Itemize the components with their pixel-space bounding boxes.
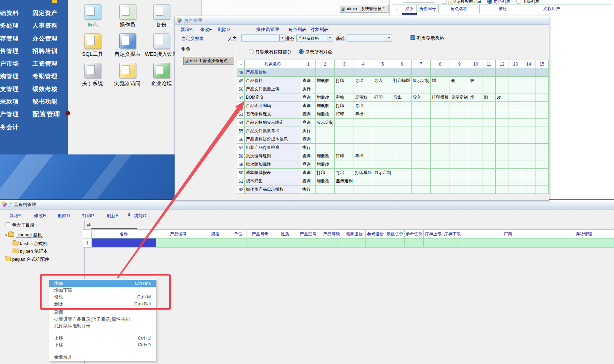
jichu-combo[interactable] — [347, 35, 386, 41]
perm-cell[interactable] — [522, 160, 535, 169]
menu-item[interactable]: 上移Ctrl+U — [49, 335, 156, 342]
expander-icon[interactable]: ∨ — [5, 233, 7, 237]
perm-cell[interactable]: 删 — [482, 93, 496, 102]
operator-icon[interactable] — [119, 4, 136, 20]
perm-cell[interactable] — [412, 119, 431, 127]
role-toolbar-对象列表[interactable]: 对象列表 — [310, 26, 328, 33]
sidebar-item[interactable]: 固定资产 — [32, 7, 60, 20]
sidebar-item[interactable]: 绩效考核 — [32, 83, 60, 96]
product-col-header[interactable]: 参考售价 — [404, 230, 423, 238]
perm-cell[interactable]: 导入 — [412, 93, 431, 102]
perm-table-row[interactable]: 53替代物料定义查询增删改打印导出 — [237, 110, 549, 119]
perm-cell[interactable] — [509, 185, 522, 194]
product-cell[interactable] — [462, 238, 554, 248]
perm-cell[interactable]: 打印 — [335, 152, 354, 160]
renli-combo[interactable] — [241, 35, 280, 41]
perm-cell[interactable]: 增删改 — [316, 77, 335, 85]
perm-cell[interactable] — [450, 160, 469, 169]
perm-cell[interactable] — [412, 169, 431, 177]
perm-cell[interactable] — [522, 102, 535, 110]
role-list-table[interactable]: -授予角色编号角色名称描述授权用户 — [392, 5, 612, 13]
perm-cell[interactable] — [509, 160, 522, 169]
product-cell[interactable] — [385, 238, 404, 248]
product-cell[interactable] — [246, 238, 274, 248]
perm-cell[interactable] — [482, 177, 496, 185]
perm-cell[interactable]: 改 — [495, 93, 509, 102]
perm-cell[interactable] — [469, 152, 482, 160]
perm-col-header[interactable]: 5 — [373, 60, 392, 68]
perm-cell[interactable] — [482, 144, 496, 152]
perm-cell[interactable] — [509, 85, 522, 93]
role-list-header[interactable]: 角色名称 — [439, 5, 480, 13]
perm-cell[interactable] — [316, 85, 335, 93]
perm-col-header[interactable]: 12 — [495, 60, 509, 68]
perm-cell[interactable] — [509, 135, 522, 144]
product-cell[interactable] — [365, 238, 385, 248]
perm-cell[interactable] — [335, 85, 354, 93]
product-cell[interactable] — [296, 238, 320, 248]
perm-cell[interactable] — [509, 110, 522, 119]
perm-cell[interactable] — [392, 169, 412, 177]
perm-cell[interactable] — [495, 85, 509, 93]
perm-cell[interactable] — [450, 152, 469, 160]
role-list-header[interactable]: 描述 — [480, 5, 526, 13]
perm-cell[interactable] — [301, 68, 315, 77]
perm-cell[interactable]: 删 — [450, 77, 469, 85]
perm-cell[interactable]: 执行 — [301, 85, 315, 93]
perm-cell[interactable] — [431, 119, 450, 127]
perm-cell[interactable] — [316, 185, 335, 194]
menu-item[interactable]: 下移Ctrl+D — [49, 341, 156, 348]
perm-cell[interactable] — [509, 93, 522, 102]
perm-cell[interactable] — [373, 85, 392, 93]
perm-cell[interactable] — [469, 144, 482, 152]
perm-cell[interactable] — [469, 169, 482, 177]
product-cell[interactable] — [274, 238, 296, 248]
perm-cell[interactable] — [522, 177, 535, 185]
perm-col-header[interactable]: 4 — [354, 60, 373, 68]
perm-cell[interactable] — [412, 85, 431, 93]
perm-cell[interactable] — [482, 135, 496, 144]
perm-cell[interactable]: 导出 — [392, 93, 412, 102]
perm-table-row[interactable]: 56产品资料进价成本信息查询 — [237, 135, 549, 144]
perm-cell[interactable] — [509, 102, 522, 110]
product-toolbar-刷新F[interactable]: 刷新F — [106, 213, 118, 219]
perm-cell[interactable] — [495, 144, 509, 152]
menu-item[interactable]: 修改Ctrl+M — [49, 294, 156, 301]
perm-cell[interactable] — [431, 68, 450, 77]
product-col-header[interactable]: 库存下限 — [443, 230, 462, 238]
role-label[interactable]: 角色 — [87, 22, 98, 28]
perm-cell[interactable]: 查询 — [301, 160, 315, 169]
perm-cell[interactable] — [535, 77, 548, 85]
include-subdir-checkbox[interactable] — [6, 222, 10, 227]
perm-cell[interactable] — [482, 68, 496, 77]
perm-cell[interactable] — [373, 160, 392, 169]
perm-cell[interactable] — [509, 169, 522, 177]
perm-cell[interactable] — [373, 185, 392, 194]
perm-cell[interactable] — [450, 68, 469, 77]
product-toolbar-修改E[interactable]: 修改E — [34, 213, 46, 219]
sidebar-item[interactable]: 配置管理 — [32, 108, 60, 121]
product-col-header[interactable]: - — [83, 230, 92, 238]
perm-cell[interactable] — [535, 119, 548, 127]
perm-cell[interactable] — [335, 119, 354, 127]
perm-cell[interactable]: 打印模版 — [431, 93, 450, 102]
admin-tree-node[interactable]: admin - 系统管理员 * — [340, 5, 389, 13]
perm-table-row[interactable]: 61成本归集查询增删改显示定制 — [237, 177, 549, 185]
perm-cell[interactable] — [373, 110, 392, 119]
perm-cell[interactable]: 导出 — [354, 102, 373, 110]
perm-cell[interactable]: 打印模版 — [354, 169, 373, 177]
perm-cell[interactable]: 改 — [469, 77, 482, 85]
perm-cell[interactable]: 执行 — [301, 185, 315, 194]
perm-cell[interactable] — [509, 68, 522, 77]
perm-cell[interactable] — [482, 85, 496, 93]
perm-table-row[interactable]: 62操作员产品目录授权执行 — [237, 185, 549, 194]
product-col-header[interactable]: 存货管理 — [554, 230, 614, 238]
perm-cell[interactable] — [335, 144, 354, 152]
selected-cell[interactable] — [91, 238, 156, 248]
product-col-header[interactable]: 产品型号 — [296, 230, 320, 238]
perm-cell[interactable]: 打印 — [335, 102, 354, 110]
perm-cell[interactable] — [495, 127, 509, 135]
menu-item[interactable]: 全部展开 — [49, 354, 156, 361]
product-cell[interactable] — [423, 238, 443, 248]
perm-table-row[interactable]: 50产品文件批量上传执行 — [237, 85, 549, 93]
